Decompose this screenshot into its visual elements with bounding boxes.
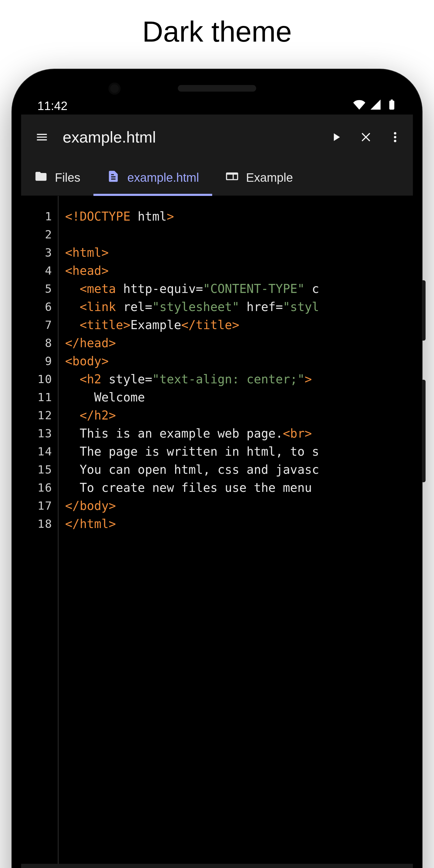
device-screen: 11:42 example.html Filesexample.htmlExam (21, 79, 413, 868)
signal-icon (370, 98, 381, 113)
code-line[interactable]: <title>Example</title> (65, 316, 413, 334)
code-line[interactable]: <body> (65, 352, 413, 370)
line-number: 5 (21, 280, 53, 298)
device-speaker (178, 85, 256, 92)
svg-point-1 (394, 136, 396, 138)
code-line[interactable]: <link rel="stylesheet" href="styl (65, 298, 413, 316)
code-line[interactable]: </html> (65, 515, 413, 533)
line-number: 9 (21, 352, 53, 370)
code-editor[interactable]: 123456789101112131415161718 <!DOCTYPE ht… (21, 196, 413, 864)
tab-label: Files (55, 171, 80, 184)
code-line[interactable]: To create new files use the menu (65, 478, 413, 497)
code-line[interactable]: <h2 style="text-align: center;"> (65, 370, 413, 388)
line-number: 13 (21, 424, 53, 442)
code-line[interactable]: The page is written in html, to s (65, 442, 413, 461)
play-icon[interactable] (327, 128, 345, 146)
svg-point-0 (394, 132, 396, 134)
line-number: 14 (21, 442, 53, 461)
line-number: 18 (21, 515, 53, 533)
line-number: 4 (21, 261, 53, 280)
code-line[interactable]: </head> (65, 334, 413, 352)
code-line[interactable]: Welcome (65, 388, 413, 406)
status-bar: 11:42 (21, 79, 413, 115)
code-line[interactable]: <!DOCTYPE html> (65, 207, 413, 225)
document-icon (107, 170, 120, 186)
device-frame: 11:42 example.html Filesexample.htmlExam (12, 69, 422, 868)
page-heading: Dark theme (0, 0, 434, 48)
code-line[interactable]: </body> (65, 497, 413, 515)
line-number: 1 (21, 207, 53, 225)
menu-icon[interactable] (33, 128, 51, 146)
line-number: 6 (21, 298, 53, 316)
line-number: 10 (21, 370, 53, 388)
line-number: 7 (21, 316, 53, 334)
tab-bar: Filesexample.htmlExample (21, 160, 413, 196)
folder-icon (34, 170, 48, 186)
appbar-title: example.html (63, 128, 315, 146)
line-number: 8 (21, 334, 53, 352)
device-side-button (422, 380, 426, 482)
tab-label: Example (246, 171, 293, 184)
web-icon (225, 170, 239, 186)
wifi-icon (353, 98, 365, 113)
device-camera (108, 83, 121, 95)
code-area[interactable]: <!DOCTYPE html> <html><head> <meta http-… (59, 196, 413, 864)
line-number: 17 (21, 497, 53, 515)
code-line[interactable]: <head> (65, 261, 413, 280)
tab-example[interactable]: Example (212, 160, 306, 195)
line-number: 12 (21, 406, 53, 424)
code-line[interactable]: <html> (65, 244, 413, 261)
code-line[interactable]: <meta http-equiv="CONTENT-TYPE" c (65, 280, 413, 298)
code-line[interactable]: This is an example web page.<br> (65, 424, 413, 442)
line-number: 11 (21, 388, 53, 406)
device-side-button (422, 280, 426, 341)
line-gutter: 123456789101112131415161718 (21, 196, 59, 864)
tab-example-html[interactable]: example.html (93, 160, 212, 195)
code-line[interactable]: </h2> (65, 406, 413, 424)
line-number: 3 (21, 244, 53, 261)
status-time: 11:42 (37, 99, 67, 113)
svg-point-2 (394, 140, 396, 142)
line-number: 2 (21, 225, 53, 244)
code-line[interactable] (65, 225, 413, 244)
more-icon[interactable] (386, 128, 404, 146)
code-line[interactable]: You can open html, css and javasc (65, 461, 413, 478)
tab-files[interactable]: Files (21, 160, 93, 195)
line-number: 16 (21, 478, 53, 497)
close-icon[interactable] (357, 128, 374, 146)
line-number: 15 (21, 461, 53, 478)
tab-label: example.html (127, 171, 199, 184)
battery-icon (386, 98, 398, 113)
app-bar: example.html (21, 115, 413, 160)
symbol-toolbar: (){ (21, 864, 413, 868)
